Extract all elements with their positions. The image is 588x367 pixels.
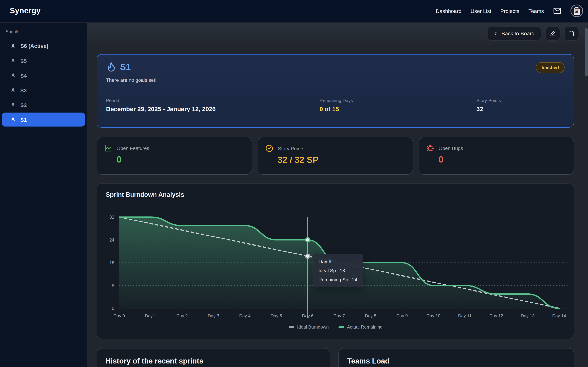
x-tick-label: Day 12	[489, 313, 503, 318]
sprint-status-badge: finished	[536, 62, 564, 73]
back-to-board-label: Back to Board	[502, 30, 535, 36]
app-logo: Synergy	[10, 6, 41, 15]
burndown-chart-title: Sprint Burndown Analysis	[97, 184, 574, 199]
chart-tooltip: Day 6 Ideal Sp : 18 Remaining Sp : 24	[312, 254, 363, 287]
mail-icon[interactable]	[553, 7, 562, 15]
back-to-board-button[interactable]: Back to Board	[488, 26, 541, 40]
rocket-icon	[10, 43, 16, 49]
flame-icon	[106, 61, 117, 72]
y-tick-label: 16	[109, 260, 114, 265]
legend-ideal-burndown: Ideal Burndown	[289, 324, 329, 330]
sidebar-item-label: S6 (Active)	[20, 43, 48, 49]
user-avatar[interactable]	[571, 5, 583, 17]
main-toolbar: Back to Board	[87, 23, 588, 44]
main-area: Back to Board	[87, 23, 588, 367]
pencil-icon	[550, 30, 556, 37]
chart-divider	[97, 206, 574, 206]
bug-icon	[426, 144, 434, 152]
sidebar-item-label: S3	[20, 87, 27, 93]
story-points-card-label: Story Points	[278, 146, 304, 151]
sprint-list: S6 (Active)S5S4S3S2S1	[0, 39, 87, 126]
x-tick-label: Day 1	[145, 313, 156, 318]
rocket-icon	[10, 58, 16, 64]
sprint-detail-content: S1 finished There are no goals set! Peri…	[87, 44, 588, 367]
edit-sprint-button[interactable]	[546, 26, 560, 40]
app-root: Synergy Dashboard User List Projects Tea…	[0, 0, 588, 367]
nav-link-projects[interactable]: Projects	[500, 8, 519, 14]
story-points-card: Story Points 32 / 32 SP	[258, 137, 413, 175]
x-tick-label: Day 0	[113, 313, 125, 318]
chart-legend: Ideal Burndown Actual Remaining	[97, 324, 574, 330]
x-tick-label: Day 4	[239, 313, 251, 318]
teams-load-title: Teams Load	[347, 357, 565, 365]
top-navbar: Synergy Dashboard User List Projects Tea…	[0, 0, 588, 22]
teams-load-card: Teams Load	[338, 348, 574, 367]
sidebar-item-label: S2	[20, 102, 27, 108]
y-tick-label: 8	[112, 283, 114, 288]
legend-actual-label: Actual Remaining	[347, 324, 382, 330]
x-tick-label: Day 5	[270, 313, 282, 318]
sidebar-item-s4[interactable]: S4	[2, 68, 85, 83]
bottom-cards-row: History of the recent sprints Teams Load	[97, 348, 574, 367]
nav-link-user-list[interactable]: User List	[471, 8, 491, 14]
sprint-history-title: History of the recent sprints	[105, 357, 321, 365]
story-points-card-value: 32 / 32 SP	[277, 155, 405, 165]
chevron-left-icon	[493, 31, 498, 36]
x-tick-label: Day 8	[365, 313, 376, 318]
x-tick-label: Day 11	[458, 313, 472, 318]
sidebar-item-label: S1	[20, 117, 27, 123]
burndown-chart[interactable]: 08162432Day 0Day 1Day 2Day 3Day 4Day 5Da…	[97, 207, 574, 339]
x-tick-label: Day 7	[333, 313, 345, 318]
open-features-card: Open Features 0	[97, 137, 252, 175]
sidebar-item-label: S5	[20, 58, 27, 64]
period-value: December 29, 2025 - January 12, 2026	[106, 106, 216, 113]
nav-link-teams[interactable]: Teams	[528, 8, 544, 14]
sidebar-item-s1[interactable]: S1	[2, 113, 85, 126]
check-circle-icon	[265, 144, 273, 152]
tooltip-ideal: Ideal Sp : 18	[319, 268, 357, 273]
line-chart-icon	[104, 144, 112, 152]
delete-sprint-button[interactable]	[564, 26, 579, 40]
sidebar-item-s6[interactable]: S6 (Active)	[2, 39, 85, 53]
trash-icon	[568, 30, 575, 37]
open-features-label: Open Features	[117, 145, 149, 151]
x-tick-label: Day 10	[426, 313, 440, 318]
tooltip-day: Day 6	[319, 259, 357, 264]
sidebar-item-s2[interactable]: S2	[2, 98, 85, 112]
rocket-icon	[10, 117, 16, 123]
open-bugs-card: Open Bugs 0	[419, 137, 574, 175]
sidebar-item-s5[interactable]: S5	[2, 54, 85, 68]
legend-actual-remaining: Actual Remaining	[338, 324, 382, 330]
tooltip-remaining: Remaining Sp : 24	[319, 277, 357, 283]
y-tick-label: 0	[112, 306, 114, 311]
remaining-days-column: Remaining Days 0 of 15	[320, 98, 353, 113]
remaining-days-label: Remaining Days	[320, 98, 353, 103]
sidebar-section-label: Sprints	[6, 29, 87, 34]
sprint-summary-card: S1 finished There are no goals set! Peri…	[97, 54, 574, 128]
nav-link-dashboard[interactable]: Dashboard	[436, 8, 461, 14]
sprints-sidebar: Sprints S6 (Active)S5S4S3S2S1	[0, 23, 87, 367]
burndown-chart-card: Sprint Burndown Analysis 08162432Day 0Da…	[97, 184, 574, 339]
sprint-name: S1	[120, 62, 131, 72]
legend-ideal-swatch	[289, 326, 294, 328]
open-bugs-label: Open Bugs	[439, 145, 463, 151]
y-tick-label: 32	[109, 215, 114, 219]
rocket-icon	[10, 87, 16, 93]
sidebar-item-label: S4	[20, 73, 27, 78]
y-tick-label: 24	[109, 237, 114, 242]
x-tick-label: Day 13	[521, 313, 535, 318]
x-tick-label: Day 14	[552, 313, 566, 318]
sidebar-item-s3[interactable]: S3	[2, 83, 85, 97]
story-points-value: 32	[476, 106, 501, 113]
hover-dot-ideal	[306, 254, 310, 258]
story-points-label: Story Points	[476, 98, 501, 103]
hover-dot-actual	[306, 238, 310, 242]
legend-actual-swatch	[338, 326, 344, 328]
story-points-column: Story Points 32	[476, 98, 501, 113]
rocket-icon	[10, 102, 16, 108]
x-tick-label: Day 9	[396, 313, 407, 318]
period-column: Period December 29, 2025 - January 12, 2…	[106, 98, 216, 113]
x-tick-label: Day 2	[176, 313, 188, 318]
open-bugs-value: 0	[439, 154, 566, 165]
sprint-history-card: History of the recent sprints	[97, 348, 330, 367]
